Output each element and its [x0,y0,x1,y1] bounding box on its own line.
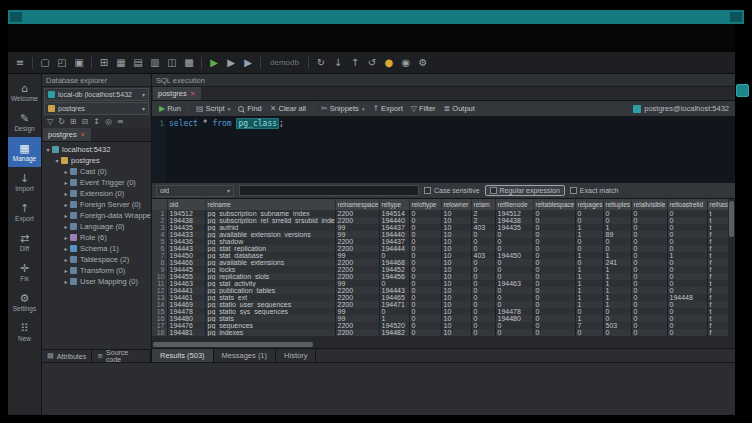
sidebar-item-diff[interactable]: ⇄Diff [8,227,41,257]
tab-attributes[interactable]: ▤Attributes [42,350,92,362]
split-view-icon[interactable]: ◫ [165,55,179,70]
user-icon[interactable]: ◉ [399,55,413,70]
filter-input[interactable] [239,185,419,196]
column-header-reltablespace[interactable]: reltablespace [533,199,575,210]
tree-item[interactable]: ▸Foreign-data Wrapper (0) [42,210,151,221]
dense-grid-icon[interactable]: ▩ [182,55,196,70]
script-button[interactable]: ▤ Script ▾ [193,102,233,116]
window-menu-icon[interactable] [10,12,22,22]
refresh-icon[interactable]: ↻ [314,55,328,70]
column-header-relam[interactable]: relam [471,199,495,210]
chevron-right-icon[interactable]: ▸ [62,190,70,197]
table-row[interactable]: 16194480pg_stats991010019448001000t [152,315,731,322]
table-row[interactable]: 6194443pg_stat_replication22001944440100… [152,245,731,252]
table-row[interactable]: 13194461pg_stats_ext22001944650100001101… [152,294,731,301]
tree-item[interactable]: ▸Role (6) [42,232,151,243]
status-icon[interactable]: ● [382,55,396,70]
table-row[interactable]: 15194478pg_statio_sys_sequences990010019… [152,308,731,315]
table-row[interactable]: 11194463pg_stat_activity9900100194463011… [152,280,731,287]
tree-item[interactable]: ▾postgres [42,155,151,166]
tab-messages-1-[interactable]: Messages (1) [214,349,276,362]
table-row[interactable]: 4194433pg_available_extension_versions99… [152,231,731,238]
chevron-right-icon[interactable]: ▸ [62,278,70,285]
snippets-button[interactable]: ✂ Snippets ▾ [318,102,367,116]
grid-view-icon[interactable]: ▦ [114,55,128,70]
sidebar-item-welcome[interactable]: ⌂Welcome [8,77,41,107]
table-view-icon[interactable]: ⊞ [97,55,111,70]
column-header-relfilenode[interactable]: relfilenode [495,199,533,210]
tree-item[interactable]: ▸Foreign Server (0) [42,199,151,210]
export-data-icon[interactable]: ↑ [348,55,362,70]
column-header-oid[interactable]: oid [167,199,205,210]
tree-item[interactable]: ▸Event Trigger (0) [42,177,151,188]
undo-icon[interactable]: ↺ [365,55,379,70]
filter-button[interactable]: ▽ Filter [408,102,439,116]
scrollbar-thumb[interactable] [729,201,734,237]
tree-item[interactable]: ▸Cast (0) [42,166,151,177]
column-header-reloftype[interactable]: reloftype [409,199,441,210]
chevron-down-icon[interactable]: ▾ [44,146,52,153]
tab-source-code[interactable]: ≡Source code [92,350,151,362]
regular-expression-checkbox[interactable]: Regular expression [485,185,565,196]
table-row[interactable]: 1194512pg_subscription_subname_index2200… [152,210,731,217]
find-button[interactable]: Find [235,102,265,116]
chevron-right-icon[interactable]: ▸ [62,212,70,219]
sql-editor[interactable]: 1 select * from pg_class; [152,117,735,183]
explorer-tab-postgres[interactable]: postgres ✕ [43,128,91,141]
chevron-right-icon[interactable]: ▸ [62,201,70,208]
rows-view-icon[interactable]: ▤ [131,55,145,70]
filter-icon[interactable]: ▽ [47,117,53,126]
floating-widget-icon[interactable] [736,84,749,97]
tree-item[interactable]: ▸Transform (0) [42,265,151,276]
case-sensitive-checkbox[interactable]: Case sensitive [424,187,480,194]
chevron-right-icon[interactable]: ▸ [62,234,70,241]
export-button[interactable]: ↑ Export [369,102,405,116]
table-row[interactable]: 2194438pg_subscription_rel_srrelid_srsub… [152,217,731,224]
open-file-icon[interactable]: ◰ [55,55,69,70]
table-row[interactable]: 17194476pg_sequences22001945200100007503… [152,322,731,329]
new-script-icon[interactable]: ▢ [38,55,52,70]
database-select[interactable]: postgres ▾ [44,102,149,115]
column-header-relpages[interactable]: relpages [575,199,603,210]
chevron-right-icon[interactable]: ▸ [62,256,70,263]
window-control-icon[interactable] [730,12,742,22]
column-header-relallvisible[interactable]: relallvisible [631,199,667,210]
columns-view-icon[interactable]: ▥ [148,55,162,70]
run-file-icon[interactable]: ▶ [241,55,255,70]
menu-icon[interactable]: ≡ [13,55,27,70]
tab-results-503-[interactable]: Results (503) [152,349,214,362]
close-tab-icon[interactable]: ✕ [80,131,86,139]
chevron-right-icon[interactable]: ▸ [62,245,70,252]
output-button[interactable]: ≣ Output [441,102,478,116]
chevron-right-icon[interactable]: ▸ [62,267,70,274]
tree-item[interactable]: ▸Language (0) [42,221,151,232]
table-row[interactable]: 3194435pg_authid991944370104031944350110… [152,224,731,231]
run-button[interactable]: ▶ Run [156,102,184,116]
tab-history[interactable]: History [276,349,316,362]
tree-item[interactable]: ▸Schema (1) [42,243,151,254]
sidebar-item-fix[interactable]: ✛Fix [8,257,41,287]
clear-all-button[interactable]: ✕ Clear all [267,102,309,116]
scrollbar-thumb[interactable] [153,342,313,347]
target-icon[interactable]: ◎ [105,117,112,126]
column-header-reltoastrelid[interactable]: reltoastrelid [667,199,707,210]
column-header-relowner[interactable]: relowner [441,199,471,210]
sql-tab-postgres[interactable]: postgres ✕ [153,87,201,100]
sidebar-item-design[interactable]: ✎Design [8,107,41,137]
tree-item[interactable]: ▸User Mapping (0) [42,276,151,287]
table-row[interactable]: 12194441pg_publication_tables22001944430… [152,287,731,294]
tree-item[interactable]: ▸Tablespace (2) [42,254,151,265]
column-header-reltype[interactable]: reltype [379,199,409,210]
filter-column-select[interactable]: oid ▾ [156,185,234,197]
column-header-relname[interactable]: relname [205,199,335,210]
tree-item[interactable]: ▾localhost:5432 [42,144,151,155]
import-data-icon[interactable]: ↓ [331,55,345,70]
remove-icon[interactable]: ⊟ [82,117,89,126]
sidebar-item-manage[interactable]: ▦Manage [8,137,41,167]
exact-match-checkbox[interactable]: Exact match [570,187,619,194]
table-row[interactable]: 5194436pg_shadow22001944370100000000f [152,238,731,245]
save-icon[interactable]: ▣ [72,55,86,70]
sidebar-item-settings[interactable]: ⚙Settings [8,287,41,317]
settings-gear-icon[interactable]: ⚙ [416,55,430,70]
sidebar-item-import[interactable]: ↓Import [8,167,41,197]
